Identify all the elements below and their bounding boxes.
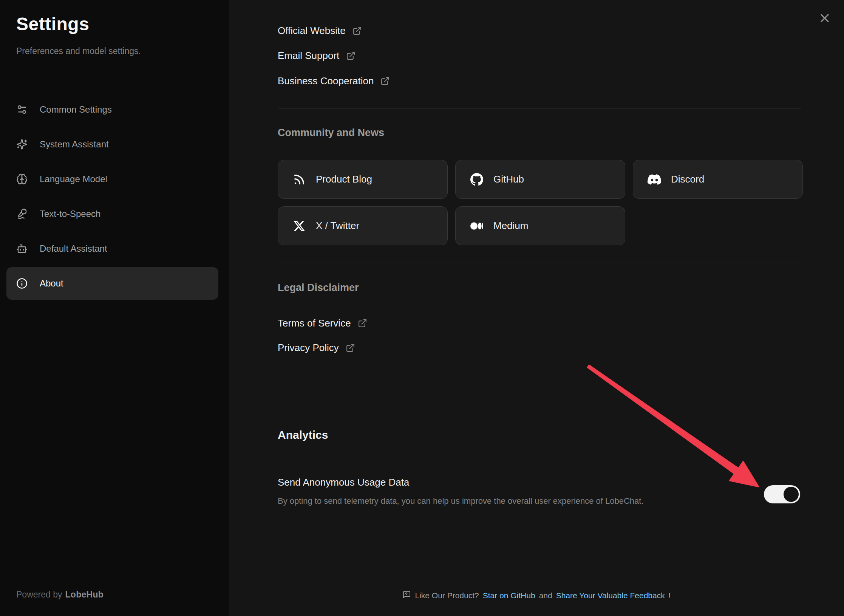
section-divider: [278, 263, 801, 263]
external-link-icon: [380, 76, 390, 86]
discord-icon: [648, 173, 661, 186]
analytics-heading: Analytics: [278, 429, 328, 441]
github-button[interactable]: GitHub: [455, 160, 625, 199]
community-buttons: Product Blog GitHub Discord X / Twitter: [278, 160, 803, 245]
section-divider: [278, 463, 801, 463]
link-label: Email Support: [278, 50, 339, 62]
official-website-link[interactable]: Official Website: [278, 24, 362, 37]
usage-data-label: Send Anonymous Usage Data: [278, 477, 409, 488]
terms-of-service-link[interactable]: Terms of Service: [278, 316, 367, 330]
legal-heading: Legal Disclaimer: [278, 282, 359, 294]
footer-text: !: [669, 591, 671, 600]
footer-text: and: [539, 591, 552, 600]
button-label: Product Blog: [316, 173, 372, 185]
business-cooperation-link[interactable]: Business Cooperation: [278, 74, 390, 88]
link-label: Terms of Service: [278, 317, 351, 329]
sidebar-item-language-model[interactable]: Language Model: [6, 163, 218, 195]
sparkles-icon: [16, 139, 28, 150]
settings-modal: Settings Preferences and model settings.…: [0, 0, 844, 616]
external-link-icon: [358, 319, 367, 328]
x-logo-icon: [292, 219, 306, 233]
discord-button[interactable]: Discord: [633, 160, 803, 199]
sidebar-item-label: Language Model: [40, 174, 107, 184]
external-link-icon: [346, 343, 355, 353]
button-label: Discord: [671, 173, 704, 185]
sidebar-item-label: About: [40, 278, 63, 289]
sidebar-item-label: Default Assistant: [40, 243, 107, 254]
sidebar-menu: Common Settings System Assistant Languag…: [6, 93, 218, 302]
contact-us-heading: Contact Us: [278, 0, 332, 2]
usage-data-description: By opting to send telemetry data, you ca…: [278, 496, 644, 506]
community-heading: Community and News: [278, 127, 384, 139]
close-button[interactable]: [817, 11, 832, 26]
external-link-icon: [352, 26, 362, 36]
email-support-link[interactable]: Email Support: [278, 49, 356, 62]
sidebar-item-about[interactable]: About: [6, 267, 218, 300]
sidebar-item-label: Common Settings: [40, 104, 112, 115]
powered-by: Powered byLobeHub: [16, 590, 104, 600]
section-divider: [278, 108, 801, 108]
share-feedback-link[interactable]: Share Your Valuable Feedback: [556, 591, 665, 600]
feedback-footer: Like Our Product? Star on GitHub and Sha…: [229, 590, 844, 601]
usage-data-toggle[interactable]: [764, 485, 800, 503]
github-icon: [470, 173, 484, 186]
medium-icon: [470, 219, 484, 233]
link-label: Business Cooperation: [278, 75, 374, 87]
external-link-icon: [346, 51, 356, 60]
button-label: X / Twitter: [316, 220, 359, 232]
x-twitter-button[interactable]: X / Twitter: [278, 206, 448, 245]
sidebar-item-text-to-speech[interactable]: Text-to-Speech: [6, 198, 218, 230]
about-panel: Contact Us Official Website Email Suppor…: [229, 0, 844, 616]
sidebar-item-label: System Assistant: [40, 139, 109, 150]
settings-sidebar: Settings Preferences and model settings.…: [0, 0, 229, 616]
microphone-icon: [16, 208, 28, 220]
sidebar-item-common-settings[interactable]: Common Settings: [6, 93, 218, 126]
sidebar-item-label: Text-to-Speech: [40, 209, 100, 219]
medium-button[interactable]: Medium: [455, 206, 625, 245]
close-icon: [818, 11, 832, 25]
button-label: GitHub: [493, 173, 524, 185]
sidebar-item-default-assistant[interactable]: Default Assistant: [6, 232, 218, 265]
link-label: Privacy Policy: [278, 342, 339, 354]
bot-icon: [16, 243, 28, 254]
star-on-github-link[interactable]: Star on GitHub: [483, 591, 535, 600]
link-label: Official Website: [278, 25, 346, 37]
brand-name: LobeHub: [65, 590, 104, 599]
powered-by-text: Powered by: [16, 590, 62, 599]
product-blog-button[interactable]: Product Blog: [278, 160, 448, 199]
page-subtitle: Preferences and model settings.: [16, 46, 141, 56]
settings-sliders-icon: [16, 104, 28, 115]
toggle-knob: [784, 487, 799, 502]
button-label: Medium: [493, 220, 528, 232]
privacy-policy-link[interactable]: Privacy Policy: [278, 341, 355, 354]
message-bubble-icon: [402, 590, 411, 601]
footer-text: Like Our Product?: [415, 591, 479, 600]
page-title: Settings: [16, 14, 89, 34]
rss-icon: [292, 173, 306, 186]
sidebar-item-system-assistant[interactable]: System Assistant: [6, 128, 218, 161]
brain-icon: [16, 173, 28, 185]
info-icon: [16, 278, 28, 289]
